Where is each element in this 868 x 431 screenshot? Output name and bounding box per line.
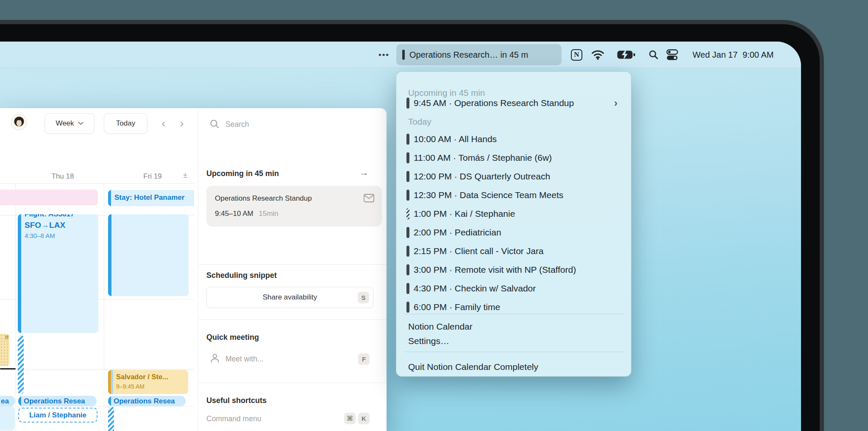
event-title: Liam / Stephanie (29, 411, 86, 420)
current-time-indicator (0, 368, 16, 369)
day-header-thu[interactable]: Thu 18 (25, 172, 101, 181)
event-title: Operations Resea (24, 397, 85, 406)
date-label: Wed Jan 17 (693, 50, 737, 60)
event-pill-ops-fri[interactable]: Operations Resea (108, 396, 186, 406)
day-density-icon[interactable]: ± (183, 171, 187, 180)
event-strip-thu[interactable] (18, 335, 24, 394)
dropdown-item-label: 12:30 PM · Data Science Team Meets (414, 190, 563, 200)
event-color-bar (18, 214, 21, 333)
open-upcoming-arrow-icon[interactable]: → (359, 167, 369, 178)
event-allday-pink[interactable] (0, 190, 98, 205)
command-menu-label[interactable]: Command menu (206, 414, 261, 423)
event-stay-hotel[interactable]: Stay: Hotel Panamer (108, 190, 194, 206)
event-color-bar (406, 152, 409, 163)
dropdown-item-label: 10:00 AM · All Hands (414, 134, 497, 144)
shortcut-key-f: F (358, 353, 370, 365)
menu-bar-date[interactable]: Wed Jan 17 (693, 42, 737, 68)
event-yellow-clipped[interactable]: ff (0, 334, 9, 366)
dropdown-event-item[interactable]: 2:15 PM · Client call - Victor Jara (406, 246, 544, 257)
event-liam-pending[interactable]: Liam / Stephanie (18, 408, 97, 423)
calendar-grid: Thu 18 Fri 19 ± Stay: Hotel Panamer (0, 108, 194, 431)
upcoming-section-title: Upcoming in 45 min (206, 169, 279, 178)
person-icon (210, 353, 220, 365)
dropdown-today-header: Today (408, 117, 431, 127)
dropdown-event-item[interactable]: 4:30 PM · Checkin w/ Salvador (406, 283, 536, 294)
dropdown-event-item[interactable]: 12:30 PM · Data Science Team Meets (406, 190, 563, 201)
event-color-bar (108, 214, 111, 296)
dropdown-event-item[interactable]: 12:00 PM · DS Quarterly Outreach (406, 171, 550, 182)
event-color-bar (406, 190, 409, 201)
menu-divider (405, 314, 623, 314)
dropdown-item-label: 9:45 AM · Operations Research Standup (414, 98, 574, 108)
dropdown-event-item[interactable]: 11:00 AM · Tomás / Stephanie (6w) (406, 152, 552, 163)
menu-item-settings[interactable]: Settings… (408, 336, 449, 346)
section-divider (198, 264, 387, 265)
search-input[interactable]: Search (225, 120, 249, 129)
control-center-icon[interactable] (666, 42, 678, 68)
event-color-bar-icon (402, 50, 405, 60)
menu-bar-notion-calendar-item[interactable]: Operations Research… in 45 m (396, 44, 562, 65)
email-icon[interactable] (364, 194, 374, 204)
menu-bar-clock[interactable]: 9:00 AM (743, 42, 773, 68)
dropdown-item-label: 4:30 PM · Checkin w/ Salvador (414, 283, 536, 294)
menu-item-quit[interactable]: Quit Notion Calendar Completely (408, 362, 538, 372)
menu-divider (405, 352, 623, 352)
wifi-icon[interactable] (591, 42, 605, 68)
spotlight-search-icon[interactable] (648, 42, 659, 68)
event-color-bar (406, 171, 409, 182)
chevron-right-icon: › (614, 97, 618, 109)
dropdown-item-label: 2:15 PM · Client call - Victor Jara (414, 246, 544, 256)
time-range: 9:45–10 AM (215, 210, 253, 218)
macos-menu-bar: ••• Operations Research… in 45 m N (0, 42, 801, 68)
dropdown-event-item[interactable]: 3:00 PM · Remote visit with NP (Stafford… (406, 264, 576, 275)
event-strip-fri[interactable] (108, 406, 114, 431)
battery-charging-icon[interactable] (617, 42, 636, 68)
share-availability-button[interactable]: Share availability S (206, 287, 373, 308)
scene: ••• Operations Research… in 45 m N (0, 0, 868, 431)
dropdown-event-item[interactable]: 6:00 PM · Family time (406, 302, 500, 313)
gridline-9am (0, 369, 194, 369)
event-friday-morning[interactable] (108, 214, 189, 296)
meet-with-input[interactable]: Meet with... (225, 355, 263, 364)
event-pill-ops-thu[interactable]: Operations Resea (18, 396, 97, 406)
dropdown-upcoming-header: Upcoming in 45 min (408, 88, 485, 98)
shortcuts-section-title: Useful shortcuts (206, 396, 267, 405)
shortcut-key-s: S (358, 292, 369, 303)
quick-meeting-section-title: Quick meeting (206, 333, 259, 342)
day-header-fri[interactable]: Fri 19 (114, 172, 191, 181)
dropdown-item-label: 12:00 PM · DS Quarterly Outreach (414, 171, 550, 182)
event-blue-clipped[interactable] (0, 406, 15, 431)
menu-bar-upcoming-label: Operations Research… in 45 m (409, 50, 528, 60)
event-color-bar (406, 246, 409, 257)
dropdown-event-item[interactable]: 10:00 AM · All Hands (406, 134, 497, 145)
section-divider (198, 319, 387, 320)
event-color-bar-striped (406, 208, 409, 219)
event-pill-wed-clipped[interactable]: ea (0, 396, 15, 406)
menu-item-notion-calendar[interactable]: Notion Calendar (408, 322, 473, 332)
dropdown-event-item[interactable]: 1:00 PM · Kai / Stephanie (406, 208, 515, 219)
event-title: Operations Resea (114, 397, 175, 406)
event-color-bar (406, 283, 409, 294)
gridline (15, 183, 16, 431)
gridline (104, 183, 104, 431)
event-title-tail: ea (1, 397, 9, 406)
menu-bar-overflow-icon[interactable]: ••• (378, 42, 389, 68)
card-event-time: 9:45–10 AM 15min (215, 210, 278, 218)
header-border (0, 183, 194, 184)
event-salvador[interactable]: Salvador / Ste... 9–9:45 AM (108, 370, 188, 394)
search-icon (210, 119, 220, 131)
event-color-bar (406, 134, 409, 145)
notion-app-icon[interactable]: N (571, 42, 582, 68)
event-color-bar (406, 264, 409, 275)
event-color-cap (108, 396, 111, 406)
dropdown-item-label: 2:00 PM · Pediatrician (414, 227, 501, 238)
dropdown-event-item[interactable]: 2:00 PM · Pediatrician (406, 227, 501, 238)
event-time: 4:30–8 AM (25, 231, 74, 241)
event-flight[interactable]: Flight: AS3617 SFO→LAX 4:30–8 AM (18, 214, 98, 333)
dropdown-item-label: 6:00 PM · Family time (414, 302, 500, 312)
card-event-title: Operations Research Standup (215, 194, 312, 203)
notion-letter: N (574, 50, 579, 59)
event-title-tail: ff (5, 335, 8, 341)
upcoming-event-card[interactable]: Operations Research Standup 9:45–10 AM 1… (206, 186, 382, 227)
dropdown-upcoming-event[interactable]: 9:45 AM · Operations Research Standup (406, 98, 574, 109)
